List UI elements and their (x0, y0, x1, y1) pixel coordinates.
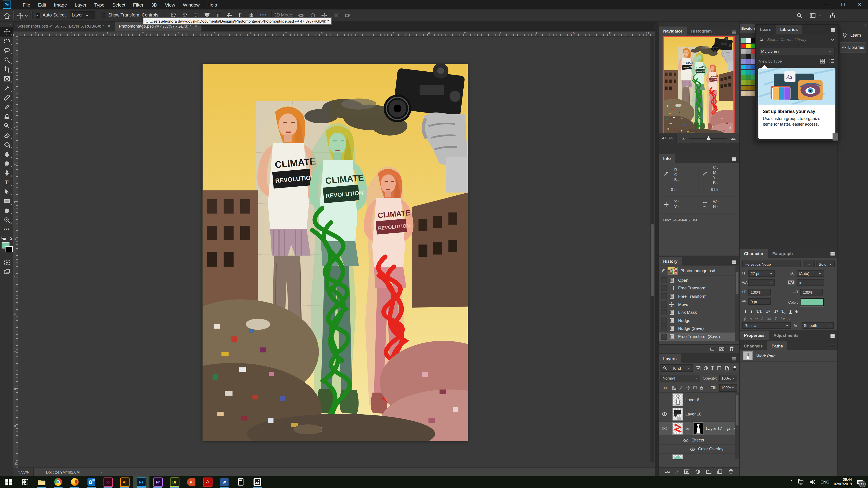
notification-center-icon[interactable]: 17 (857, 478, 864, 486)
visibility-toggle[interactable] (659, 393, 670, 407)
default-colors-icon[interactable] (1, 236, 6, 241)
lock-position-icon[interactable] (686, 385, 690, 390)
subscript-icon[interactable]: T₁ (781, 309, 786, 314)
effects-row[interactable]: Effects (659, 436, 739, 445)
chevron-down-icon[interactable] (830, 37, 835, 42)
tab-histogram[interactable]: Histogram (687, 27, 716, 35)
color-swatch[interactable] (741, 64, 745, 69)
workspace-switcher[interactable] (809, 10, 823, 20)
eyedropper-tool[interactable] (0, 84, 13, 93)
powerpoint-icon[interactable]: P (183, 476, 199, 488)
view-by-type-dropdown[interactable]: View by Type (759, 59, 782, 63)
network-icon[interactable] (798, 479, 804, 485)
color-swatch[interactable] (746, 54, 751, 59)
auto-select-checkbox[interactable]: ✓ (35, 12, 40, 18)
eraser-tool[interactable] (0, 131, 13, 140)
dock-libraries-button[interactable]: Libraries (840, 42, 866, 53)
zoom-out-icon[interactable] (681, 136, 686, 140)
new-group-icon[interactable] (706, 468, 712, 475)
rectangle-tool[interactable] (0, 196, 13, 206)
gradient-tool[interactable] (0, 140, 13, 150)
tab-paths[interactable]: Paths (767, 341, 787, 350)
ot-ligatures-icon[interactable]: fi (744, 317, 746, 322)
effects-visibility-icon[interactable] (683, 437, 688, 443)
tab-paragraph[interactable]: Paragraph (768, 249, 797, 258)
ot-ordinals-icon[interactable]: 1st (780, 317, 785, 322)
canvas-artwork[interactable] (203, 64, 468, 441)
color-swatch[interactable] (746, 75, 751, 80)
move-tool[interactable] (0, 27, 13, 37)
history-state[interactable]: Free Transform (659, 284, 739, 292)
visibility-toggle[interactable] (659, 422, 670, 435)
tab-adjustments[interactable]: Adjustments (769, 331, 803, 339)
3d-slide-icon[interactable] (333, 12, 339, 19)
acrobat-icon[interactable]: ♺ (199, 476, 216, 488)
kerning-field[interactable] (748, 280, 775, 286)
eyedropper-icon[interactable] (702, 170, 708, 176)
menu-item[interactable]: Layer (71, 2, 90, 7)
navigator-zoom-slider[interactable] (689, 138, 727, 139)
color-swatch[interactable] (741, 80, 745, 85)
tab-channels[interactable]: Channels (740, 341, 767, 350)
filter-toggle-switch[interactable] (732, 364, 737, 372)
color-swatch[interactable] (741, 38, 745, 43)
color-swatch[interactable] (746, 86, 751, 90)
clone-stamp-tool[interactable] (0, 112, 13, 121)
panel-menu-icon[interactable] (731, 156, 737, 162)
delete-layer-icon[interactable] (728, 468, 734, 475)
blend-mode-dropdown[interactable]: Normal (660, 375, 701, 382)
layer-row-selected[interactable]: Layer 17 fx (659, 422, 739, 436)
history-state[interactable]: Free Transform (659, 292, 739, 300)
zoom-level-field[interactable]: 47.3% (13, 468, 34, 477)
vertical-ruler[interactable]: 012345678910 (13, 36, 18, 467)
ot-titling-icon[interactable]: T (774, 317, 777, 322)
faux-italic-icon[interactable]: T (750, 309, 753, 314)
history-state[interactable]: Nudge (659, 317, 739, 325)
document-tab-screenshots[interactable]: Screenshots.psd @ 66.7% (Layer 5, RGB/8#… (13, 21, 115, 32)
tray-chevron-icon[interactable]: ⌃ (789, 480, 793, 484)
filter-shape-layers-icon[interactable] (716, 365, 722, 371)
menu-item[interactable]: 3D (147, 2, 161, 7)
color-swatch[interactable] (741, 43, 745, 48)
photoshop-taskbar-icon[interactable]: Ps (133, 476, 149, 488)
navigator-proxy-preview[interactable] (664, 37, 734, 136)
marquee-tool[interactable] (0, 37, 13, 46)
history-state-selected[interactable]: Free Transform (Save) (659, 332, 739, 341)
font-family-chevron[interactable] (803, 260, 815, 267)
dock-collapse-icon[interactable]: « (837, 21, 868, 28)
collapse-panel-icon[interactable]: » (827, 27, 829, 31)
menu-item[interactable]: Window (179, 2, 204, 7)
foreground-background-colors[interactable] (0, 241, 13, 255)
outlook-icon[interactable] (83, 476, 99, 488)
ot-fractions-icon[interactable]: ½ (788, 317, 792, 322)
canvas-viewport[interactable] (13, 32, 655, 468)
auto-select-target-dropdown[interactable]: Layer (70, 11, 95, 20)
library-search-input[interactable] (766, 37, 828, 42)
filter-pixel-layers-icon[interactable] (695, 365, 701, 371)
layer-fx-badge[interactable]: fx (727, 426, 730, 431)
indesign-icon[interactable]: Id (100, 476, 116, 488)
blur-tool[interactable] (0, 149, 13, 159)
grid-view-icon[interactable] (819, 58, 825, 64)
superscript-icon[interactable]: T¹ (774, 309, 778, 314)
opacity-field[interactable]: 100% (719, 375, 737, 382)
layer-filter-dropdown[interactable]: Kind (660, 364, 693, 372)
strikethrough-icon[interactable]: T (795, 309, 798, 314)
filter-smart-objects-icon[interactable] (724, 365, 730, 371)
history-state[interactable]: Nudge (Save) (659, 324, 739, 332)
color-swatch[interactable] (741, 91, 745, 96)
dock-learn-button[interactable]: Learn (840, 31, 866, 40)
panel-menu-icon[interactable] (830, 333, 835, 338)
language-indicator[interactable]: ENG (820, 480, 830, 484)
history-state[interactable]: Link Mask (659, 308, 739, 317)
navigator-zoom-field[interactable]: 47.3% (659, 133, 677, 143)
minimize-button[interactable]: ― (818, 0, 835, 9)
font-size-field[interactable]: 27 pt (748, 270, 775, 276)
crop-tool[interactable] (0, 65, 13, 74)
menu-item[interactable]: Edit (34, 2, 50, 7)
layers-scrollbar[interactable] (735, 393, 739, 459)
color-swatch[interactable] (746, 38, 751, 43)
frame-tool[interactable] (0, 74, 13, 84)
photos-icon[interactable] (249, 476, 266, 488)
adjustment-layer-icon[interactable] (694, 468, 701, 475)
